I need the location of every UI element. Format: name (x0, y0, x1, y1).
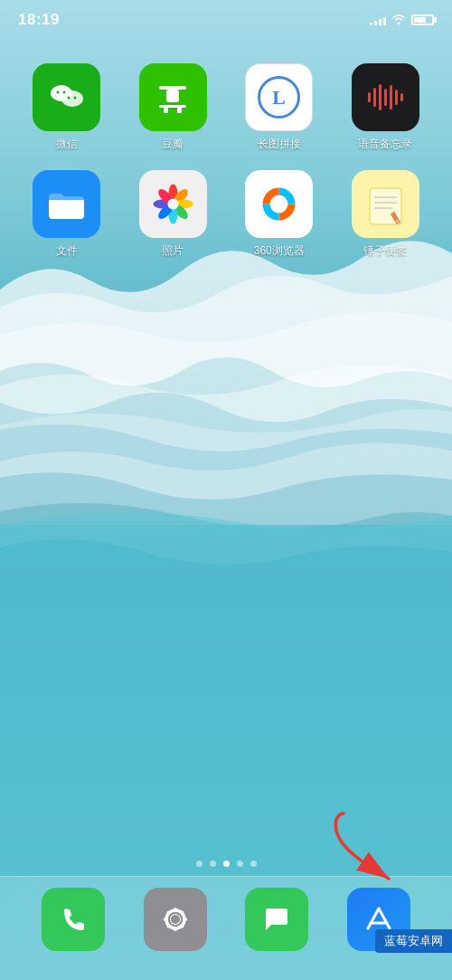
app-grid: 微信 豆瓣 L 长图拼接 (0, 54, 452, 268)
svg-point-5 (62, 90, 65, 93)
signal-icon (370, 14, 386, 25)
svg-rect-12 (177, 108, 182, 113)
svg-rect-11 (164, 108, 168, 113)
app-voice[interactable]: 语音备忘录 (337, 63, 435, 152)
svg-point-6 (67, 96, 70, 99)
svg-rect-20 (395, 90, 398, 105)
svg-rect-41 (174, 908, 177, 912)
watermark-text: 蓝莓安卓网 (384, 934, 443, 947)
dot-3[interactable] (223, 861, 230, 867)
svg-line-50 (368, 909, 379, 928)
app-lapp[interactable]: L 长图拼接 (231, 63, 328, 152)
status-bar: 18:19 (0, 0, 452, 40)
messages-icon (245, 888, 308, 951)
lapp-label: 长图拼接 (258, 137, 301, 152)
dot-5[interactable] (250, 861, 257, 867)
svg-rect-42 (174, 927, 177, 931)
app-360[interactable]: 360浏览器 (231, 170, 328, 259)
dock-phone[interactable] (42, 888, 105, 951)
page-dots (0, 861, 452, 867)
dock-settings[interactable] (144, 888, 207, 951)
svg-line-51 (379, 909, 390, 928)
svg-point-31 (274, 199, 285, 210)
dock-messages[interactable] (245, 888, 308, 951)
svg-rect-18 (384, 89, 387, 106)
wechat-label: 微信 (56, 137, 78, 152)
battery-icon (411, 14, 434, 25)
douban-label: 豆瓣 (162, 137, 184, 152)
photos-icon (139, 170, 207, 238)
svg-rect-8 (159, 86, 186, 90)
voice-icon (352, 63, 419, 131)
svg-point-49 (171, 915, 180, 924)
svg-rect-17 (379, 84, 381, 110)
wechat-icon (33, 63, 100, 131)
dot-1[interactable] (196, 861, 202, 867)
lapp-icon: L (245, 63, 313, 131)
voice-label: 语音备忘录 (358, 137, 412, 152)
settings-icon (144, 888, 207, 951)
360-label: 360浏览器 (254, 243, 305, 259)
app-douban[interactable]: 豆瓣 (125, 63, 222, 152)
app-photos[interactable]: 照片 (125, 170, 222, 259)
files-icon (33, 170, 100, 238)
douban-icon (139, 63, 207, 131)
photos-label: 照片 (162, 243, 184, 259)
app-files[interactable]: 文件 (18, 170, 116, 259)
dot-2[interactable] (210, 861, 216, 867)
watermark: 蓝莓安卓网 (375, 929, 452, 953)
status-icons (370, 13, 434, 27)
wifi-icon (391, 13, 406, 27)
svg-text:L: L (272, 86, 286, 109)
svg-rect-43 (164, 918, 168, 921)
svg-point-4 (56, 90, 59, 93)
svg-rect-10 (159, 105, 186, 108)
app-wechat[interactable]: 微信 (18, 63, 116, 152)
svg-point-7 (73, 96, 76, 99)
360-icon (245, 170, 313, 238)
dock (0, 876, 452, 980)
svg-rect-44 (183, 918, 187, 921)
notes-icon (352, 170, 419, 238)
svg-point-30 (167, 199, 178, 210)
dot-4[interactable] (237, 861, 243, 867)
phone-icon (42, 888, 105, 951)
svg-rect-9 (166, 90, 179, 102)
svg-rect-15 (368, 92, 371, 102)
svg-rect-16 (373, 88, 376, 107)
svg-rect-21 (400, 93, 403, 101)
app-notes[interactable]: 锤子便签 (337, 170, 435, 259)
status-time: 18:19 (18, 11, 60, 29)
files-label: 文件 (56, 243, 78, 259)
notes-label: 锤子便签 (363, 243, 407, 259)
svg-rect-19 (390, 85, 392, 109)
